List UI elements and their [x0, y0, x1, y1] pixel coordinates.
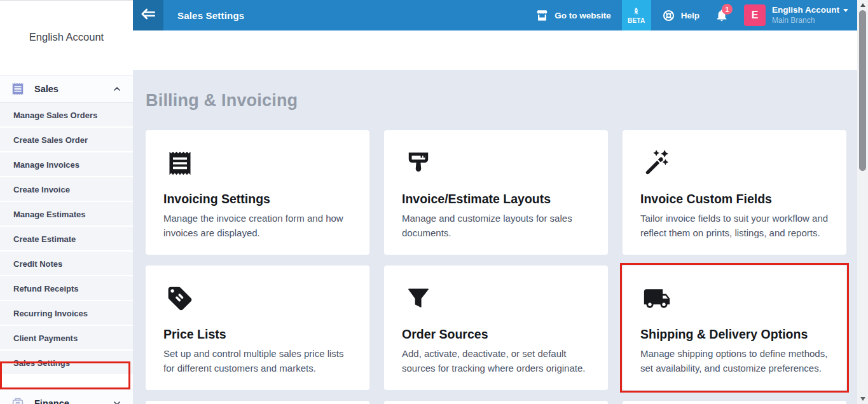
chevron-down-icon — [112, 398, 122, 404]
partial-card[interactable] — [384, 401, 608, 404]
page-title: Sales Settings — [177, 10, 244, 21]
sidebar-item-sales-settings[interactable]: Sales Settings — [0, 351, 133, 375]
card-title: Invoice/Estimate Layouts — [402, 191, 590, 206]
cash-register-icon — [11, 396, 25, 404]
triangle-up-icon — [860, 3, 865, 7]
sidebar-section-finance-label: Finance — [34, 398, 69, 404]
sidebar-menu: Manage Sales Orders Create Sales Order M… — [0, 103, 133, 375]
partial-card[interactable] — [623, 401, 846, 404]
sidebar-item-manage-sales-orders[interactable]: Manage Sales Orders — [0, 103, 133, 128]
help-button[interactable]: Help — [662, 9, 699, 22]
caret-down-icon — [843, 9, 848, 12]
card-description: Tailor invoice fields to suit your workf… — [640, 212, 829, 240]
sidebar-item-create-sales-order[interactable]: Create Sales Order — [0, 128, 133, 152]
sidebar-section-finance[interactable]: Finance — [0, 389, 133, 404]
card-title: Invoicing Settings — [163, 191, 352, 206]
card-shipping-delivery-options[interactable]: Shipping & Delivery Options Manage shipp… — [623, 266, 846, 390]
sidebar-item-refund-receipts[interactable]: Refund Receipts — [0, 276, 133, 301]
sidebar-item-client-payments[interactable]: Client Payments — [0, 326, 133, 351]
sidebar-section-sales-label: Sales — [34, 84, 59, 94]
card-description: Manage the invoice creation form and how… — [163, 212, 352, 240]
price-tag-icon — [166, 285, 194, 313]
collapse-sidebar-button[interactable] — [133, 0, 163, 30]
branch-name: Main Branch — [772, 16, 848, 25]
scrollbar[interactable] — [857, 0, 868, 404]
sidebar: English Account Sales Manage Sales Order… — [0, 0, 133, 404]
chevron-up-icon — [112, 84, 122, 94]
magic-wand-icon — [643, 149, 671, 177]
card-invoicing-settings[interactable]: Invoicing Settings Manage the invoice cr… — [146, 130, 369, 255]
receipt-icon — [166, 149, 194, 177]
topbar-right: Go to website BETA Help 1 E English Acco… — [535, 0, 848, 30]
card-title: Shipping & Delivery Options — [640, 327, 829, 342]
collapse-arrow-icon — [140, 6, 156, 25]
topbar: Sales Settings Go to website BETA Help 1 — [133, 0, 857, 30]
triangle-down-icon — [860, 397, 865, 401]
card-invoice-custom-fields[interactable]: Invoice Custom Fields Tailor invoice fie… — [623, 130, 846, 255]
main-content: Billing & Invoicing Invoicing Settings M… — [133, 30, 857, 404]
cards-grid: Invoicing Settings Manage the invoice cr… — [146, 130, 846, 404]
lifebuoy-icon — [662, 9, 675, 22]
scroll-up-button[interactable] — [857, 0, 868, 10]
card-description: Manage and customize layouts for sales d… — [402, 212, 590, 240]
account-name: English Account — [772, 5, 839, 16]
card-description: Add, activate, deactivate, or set defaul… — [402, 347, 590, 375]
header-sub-strip — [133, 30, 857, 70]
card-title: Invoice Custom Fields — [640, 191, 829, 206]
paint-brush-icon — [404, 149, 432, 177]
notifications-button[interactable]: 1 — [715, 8, 729, 22]
beta-button[interactable]: BETA — [622, 0, 651, 30]
scroll-down-button[interactable] — [857, 394, 868, 403]
notification-badge: 1 — [722, 4, 733, 15]
billing-invoicing-title: Billing & Invoicing — [146, 70, 846, 111]
card-title: Order Sources — [402, 327, 590, 342]
scroll-thumb[interactable] — [859, 10, 866, 171]
card-price-lists[interactable]: Price Lists Set up and control multiple … — [146, 266, 369, 390]
sidebar-item-recurring-invoices[interactable]: Recurring Invoices — [0, 301, 133, 326]
user-avatar[interactable]: E — [744, 4, 766, 26]
sidebar-section-sales[interactable]: Sales — [0, 75, 133, 103]
sidebar-item-create-invoice[interactable]: Create Invoice — [0, 177, 133, 202]
account-menu[interactable]: English Account Main Branch — [772, 5, 848, 25]
storefront-icon — [535, 9, 549, 22]
funnel-icon — [404, 285, 432, 313]
sidebar-item-credit-notes[interactable]: Credit Notes — [0, 252, 133, 276]
go-to-website-button[interactable]: Go to website — [535, 9, 611, 22]
sidebar-account-name: English Account — [0, 1, 133, 43]
card-order-sources[interactable]: Order Sources Add, activate, deactivate,… — [384, 266, 608, 390]
truck-icon — [643, 285, 671, 313]
sidebar-item-manage-estimates[interactable]: Manage Estimates — [0, 202, 133, 227]
card-description: Set up and control multiple sales price … — [163, 347, 352, 375]
partial-card[interactable] — [146, 401, 369, 404]
receipt-icon — [11, 82, 25, 96]
sidebar-item-create-estimate[interactable]: Create Estimate — [0, 227, 133, 252]
rocket-icon — [631, 7, 641, 17]
card-invoice-estimate-layouts[interactable]: Invoice/Estimate Layouts Manage and cust… — [384, 130, 608, 255]
beta-label: BETA — [628, 17, 645, 24]
sidebar-item-manage-invoices[interactable]: Manage Invoices — [0, 152, 133, 177]
settings-content: Billing & Invoicing Invoicing Settings M… — [133, 70, 857, 404]
card-description: Manage shipping options to define method… — [640, 347, 829, 375]
card-title: Price Lists — [163, 327, 352, 342]
go-to-website-label: Go to website — [555, 11, 611, 20]
help-label: Help — [681, 11, 699, 20]
